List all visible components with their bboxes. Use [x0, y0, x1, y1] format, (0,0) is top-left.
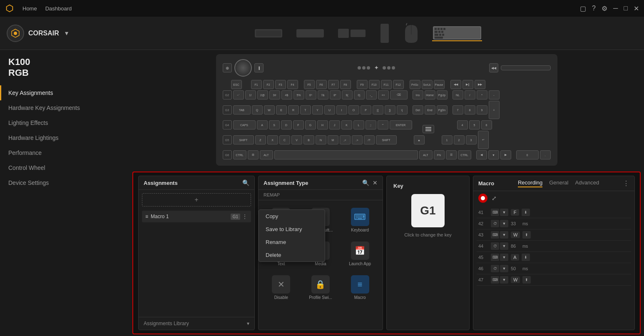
macro-btn-41-2[interactable]: ▼ — [500, 209, 508, 216]
kb-num5: 5 — [469, 120, 480, 129]
type-label-text: Text — [277, 261, 285, 266]
titlebar-left: Home Dashboard — [5, 4, 72, 13]
kb-l: L — [353, 120, 364, 129]
sidebar-item-hardware-lightings[interactable]: Hardware Lightings — [0, 130, 129, 145]
macro-ctrl-47: ⌨ ▼ — [491, 276, 508, 284]
kb-numlock: NL — [453, 90, 463, 100]
macro-row-43: 43 ⌨ ▼ W ⬆ — [477, 229, 631, 241]
type-item-disable[interactable]: ✕ Disable — [263, 272, 300, 303]
sidebar: K100 RGB Key Assignments Hardware Key As… — [0, 50, 129, 336]
macro-key-47: W — [511, 276, 520, 283]
context-menu-copy[interactable]: Copy — [259, 210, 325, 223]
sidebar-item-hardware-key-assignments[interactable]: Hardware Key Assignments — [0, 100, 129, 115]
device-brand: CORSAIR ▾ — [7, 25, 90, 42]
close-button[interactable]: ✕ — [634, 5, 639, 12]
kb-a: A — [257, 120, 268, 129]
sidebar-item-device-settings[interactable]: Device Settings — [0, 175, 129, 190]
assignment-item-left: ≡ Macro 1 — [145, 214, 169, 219]
type-item-profileswitch[interactable]: 🔒 Profile Swi... — [302, 272, 339, 303]
macro-btn-42-1[interactable]: ⏱ — [491, 220, 499, 227]
sidebar-item-key-assignments[interactable]: Key Assignments — [0, 85, 129, 100]
minimize-button[interactable]: ─ — [613, 5, 618, 12]
kb-fn: FN — [434, 150, 445, 159]
assignments-search-icon[interactable]: 🔍 — [242, 179, 249, 186]
kb-z: Z — [255, 135, 266, 144]
macro-btn-42-2[interactable]: ▼ — [500, 220, 508, 227]
fullscreen-icon[interactable]: ⤢ — [492, 195, 497, 202]
sidebar-item-lighting-effects[interactable]: Lighting Effects — [0, 115, 129, 130]
device-dropdown-icon[interactable]: ▾ — [65, 29, 68, 37]
macro-tab-recording[interactable]: Recording — [518, 179, 542, 187]
add-assignment-button[interactable]: + — [142, 193, 251, 207]
svg-rect-18 — [439, 34, 441, 36]
type-item-keyboard[interactable]: ⌨ Keyboard — [341, 204, 378, 236]
device-thumb-mouse[interactable] — [403, 26, 420, 41]
assignment-item-macro1[interactable]: ≡ Macro 1 G1 ⋮ — [142, 211, 251, 222]
macro-btn-43-1[interactable]: ⌨ — [491, 231, 499, 239]
kb-media-2: ▶‖ — [462, 80, 473, 89]
kb-pause: Pause — [434, 80, 445, 89]
context-menu-delete[interactable]: Delete — [259, 249, 325, 261]
nav-dashboard[interactable]: Dashboard — [45, 5, 72, 12]
macro-btn-47-1[interactable]: ⌨ — [491, 276, 499, 284]
type-close-icon[interactable]: ✕ — [373, 179, 378, 186]
kb-f8: F8 — [340, 80, 351, 89]
kb-semicolon: ;: — [366, 120, 376, 129]
kb-dot-2 — [362, 66, 366, 70]
macro-btn-45-1[interactable]: ⌨ — [491, 254, 499, 261]
macro-tab-general[interactable]: General — [549, 179, 568, 187]
record-button[interactable] — [478, 194, 487, 203]
macro-btn-43-2[interactable]: ▼ — [500, 231, 508, 239]
type-label-media: Media — [315, 261, 326, 266]
kb-rshift: SHIFT — [376, 135, 397, 144]
kb-arrowleft: ◀ — [476, 150, 487, 159]
macro-ms-46: ms — [522, 266, 528, 271]
kb-end: End — [425, 105, 435, 114]
screen-icon[interactable]: ▢ — [580, 5, 586, 12]
macro-key-45: A — [511, 254, 519, 261]
svg-rect-15 — [438, 31, 440, 33]
macro-arrow-47: ⬆ — [522, 276, 531, 284]
sidebar-item-performance[interactable]: Performance — [0, 145, 129, 160]
macro-btn-46-2[interactable]: ▼ — [500, 265, 508, 272]
kb-9: 9( — [342, 90, 353, 100]
device-thumb-4[interactable] — [379, 26, 390, 41]
device-thumb-keyboard[interactable] — [432, 25, 482, 41]
kb-5: 5% — [293, 90, 304, 100]
kb-pgdn: PgDn — [437, 105, 448, 114]
macro-btn-44-2[interactable]: ▼ — [500, 242, 508, 250]
nav-home[interactable]: Home — [22, 5, 37, 12]
kb-btn-1: ⊕ — [223, 63, 232, 72]
macro-btn-47-2[interactable]: ▼ — [500, 276, 508, 284]
macro-btn-44-1[interactable]: ⏱ — [491, 242, 499, 250]
kb-3: 3# — [269, 90, 280, 100]
macro-btn-45-2[interactable]: ▼ — [500, 254, 508, 261]
macro-btn-46-1[interactable]: ⏱ — [491, 265, 499, 272]
macro-btn-41-1[interactable]: ⌨ — [491, 209, 499, 216]
key-display[interactable]: G1 — [411, 194, 445, 227]
device-thumb-3[interactable] — [337, 26, 366, 41]
kb-f1: F1 — [251, 80, 262, 89]
macro-more-icon[interactable]: ⋮ — [623, 179, 629, 187]
macro-rows: 41 ⌨ ▼ F ⬇ 42 ⏱ ▼ — [473, 205, 634, 330]
help-icon[interactable]: ? — [592, 5, 596, 12]
kb-list-icon[interactable] — [423, 125, 434, 133]
type-item-macro[interactable]: ≡ Macro — [341, 272, 378, 303]
sidebar-item-control-wheel[interactable]: Control Wheel — [0, 160, 129, 175]
assignments-library-label[interactable]: Assignments Library — [144, 321, 189, 326]
maximize-button[interactable]: □ — [624, 5, 628, 12]
remap-header: REMAP — [259, 190, 383, 200]
context-menu-rename[interactable]: Rename — [259, 236, 325, 249]
assignments-footer-chevron[interactable]: ▾ — [247, 321, 249, 326]
context-menu-save-library[interactable]: Save to Library — [259, 223, 325, 236]
settings-icon[interactable]: ⚙ — [602, 5, 607, 12]
assignment-more-icon[interactable]: ⋮ — [242, 213, 248, 220]
kb-dot-4 — [383, 66, 386, 70]
type-item-launchapp[interactable]: 📅 Launch App — [341, 238, 378, 269]
type-search-icon[interactable]: 🔍 — [362, 179, 369, 186]
device-thumb-1[interactable] — [254, 26, 283, 41]
device-thumb-2[interactable] — [296, 26, 325, 41]
macro-tab-advanced[interactable]: Advanced — [575, 179, 599, 187]
kb-g5: G5 — [223, 135, 232, 144]
kb-x: X — [267, 135, 278, 144]
